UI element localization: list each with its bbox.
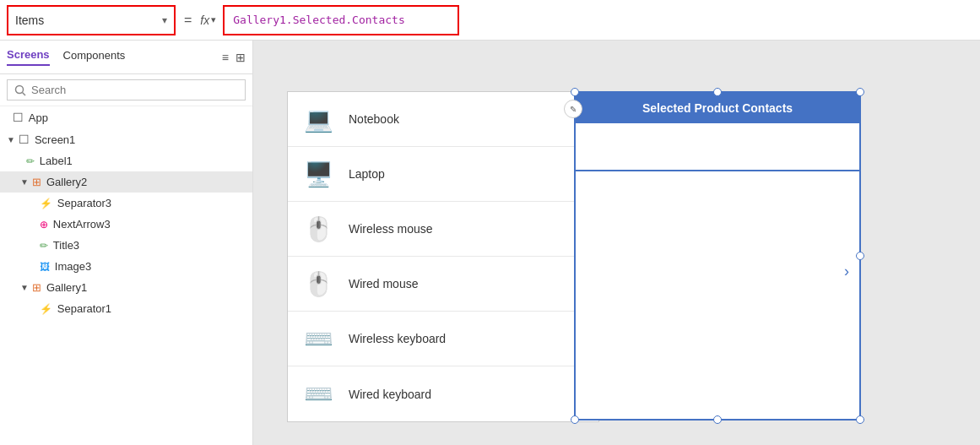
label1-label: Label1 [40, 155, 73, 167]
tree-arrow-label1 [20, 156, 23, 166]
gallery-item-notebook[interactable]: 💻 Notebook › [288, 92, 598, 147]
wireless-mouse-name: Wireless mouse [349, 222, 584, 236]
gallery1-label: Gallery1 [46, 281, 87, 294]
notebook-name: Notebook [349, 112, 584, 126]
gallery2-icon: ⊞ [32, 176, 41, 188]
tab-screens[interactable]: Screens [7, 48, 50, 66]
wired-keyboard-name: Wired keyboard [349, 388, 584, 401]
screen1-label: Screen1 [35, 133, 75, 146]
grid-view-icon[interactable]: ⊞ [236, 51, 246, 64]
gallery-item-wireless-mouse[interactable]: 🖱️ Wireless mouse › [288, 202, 598, 257]
name-box-chevron[interactable]: ▾ [162, 14, 167, 26]
selected-panel-title: Selected Product Contacts [642, 101, 793, 115]
sidebar-item-app[interactable]: ☐ App [0, 106, 252, 128]
separator3-icon: ⚡ [40, 198, 52, 209]
handle-middle-right[interactable] [856, 252, 864, 260]
image3-icon: 🖼 [40, 261, 50, 273]
wireless-keyboard-image: ⌨️ [298, 322, 338, 355]
handle-top-right[interactable] [856, 88, 864, 96]
separator1-icon: ⚡ [40, 303, 52, 315]
image3-label: Image3 [55, 260, 91, 273]
tree-arrow-sep1 [34, 304, 36, 313]
notebook-image: 💻 [298, 102, 338, 136]
sidebar-item-gallery2[interactable]: ▼ ⊞ Gallery2 [0, 171, 252, 193]
gallery-item-laptop[interactable]: 🖥️ Laptop › [288, 147, 598, 202]
handle-top-center[interactable] [713, 88, 722, 96]
tab-components[interactable]: Components [63, 49, 126, 65]
list-view-icon[interactable]: ≡ [222, 51, 229, 64]
selected-panel: ✎ Selected Product Contacts › [574, 91, 861, 421]
separator1-label: Separator1 [57, 302, 111, 315]
sidebar-item-separator3[interactable]: ⚡ Separator3 [0, 193, 252, 214]
gallery-item-wired-keyboard[interactable]: ⌨️ Wired keyboard › [288, 366, 598, 421]
selected-panel-header: Selected Product Contacts [576, 93, 859, 123]
top-bar: Items ▾ = fx ▾ Gallery1.Selected.Contact… [0, 0, 980, 41]
tree-arrow-gallery1[interactable]: ▼ [20, 283, 29, 292]
laptop-name: Laptop [349, 167, 584, 181]
sidebar-item-image3[interactable]: 🖼 Image3 [0, 256, 252, 277]
handle-bottom-center[interactable] [713, 415, 722, 424]
wireless-keyboard-name: Wireless keyboard [349, 332, 584, 345]
name-box-label: Items [15, 14, 44, 27]
tree-arrow-gallery2[interactable]: ▼ [20, 177, 29, 187]
panel-next-arrow[interactable]: › [844, 263, 849, 280]
edit-icon[interactable]: ✎ [564, 100, 582, 118]
handle-bottom-left[interactable] [571, 415, 579, 424]
handle-top-left[interactable] [571, 88, 579, 96]
tree-arrow-app[interactable] [7, 113, 9, 122]
tree-arrow-screen1[interactable]: ▼ [7, 135, 15, 144]
gallery-panel: 💻 Notebook › 🖥️ Laptop › 🖱️ Wireless mou… [287, 91, 599, 422]
equals-sign: = [184, 13, 192, 28]
sidebar-item-gallery1[interactable]: ▼ ⊞ Gallery1 [0, 277, 252, 298]
handle-bottom-right[interactable] [856, 415, 864, 424]
name-box[interactable]: Items ▾ [7, 5, 176, 35]
selected-panel-body: › [576, 123, 859, 419]
sidebar-item-separator1[interactable]: ⚡ Separator1 [0, 298, 252, 319]
wired-mouse-image: 🖱️ [298, 267, 338, 301]
sidebar-item-screen1[interactable]: ▼ ☐ Screen1 [0, 128, 252, 150]
wired-mouse-name: Wired mouse [349, 277, 584, 290]
nextarrow3-label: NextArrow3 [53, 218, 111, 231]
panel-divider [576, 170, 859, 171]
gallery1-icon: ⊞ [32, 281, 41, 294]
formula-bar[interactable]: Gallery1.Selected.Contacts [223, 5, 459, 35]
sidebar-item-label1[interactable]: ✏ Label1 [0, 150, 252, 171]
title3-icon: ✏ [40, 240, 48, 252]
fx-chevron[interactable]: ▾ [211, 14, 216, 25]
label-icon: ✏ [26, 155, 35, 167]
fx-button[interactable]: fx ▾ [200, 14, 216, 27]
sidebar: Screens Components ≡ ⊞ ☐ App [0, 41, 253, 445]
fx-label: fx [200, 14, 209, 27]
main-area: Screens Components ≡ ⊞ ☐ App [0, 41, 980, 445]
app-icon: ☐ [13, 111, 24, 124]
sidebar-tabs: Screens Components ≡ ⊞ [0, 41, 252, 74]
tree-arrow-image3 [34, 262, 36, 271]
nextarrow3-icon: ⊕ [40, 219, 48, 231]
sidebar-search-container [0, 74, 252, 106]
gallery2-label: Gallery2 [46, 176, 87, 188]
tab-icons: ≡ ⊞ [222, 51, 246, 64]
search-input[interactable] [7, 79, 246, 100]
gallery-item-wireless-keyboard[interactable]: ⌨️ Wireless keyboard › [288, 312, 598, 366]
canvas-area: 💻 Notebook › 🖥️ Laptop › 🖱️ Wireless mou… [253, 41, 980, 445]
gallery-item-wired-mouse[interactable]: 🖱️ Wired mouse › [288, 257, 598, 312]
wireless-mouse-image: 🖱️ [298, 212, 338, 246]
screen-icon: ☐ [19, 133, 30, 146]
tree-arrow-arrow3 [34, 220, 36, 229]
separator3-label: Separator3 [57, 197, 111, 209]
tree-arrow-title3 [34, 241, 36, 250]
tree-arrow-sep3 [34, 198, 36, 208]
sidebar-item-title3[interactable]: ✏ Title3 [0, 235, 252, 256]
formula-text: Gallery1.Selected.Contacts [233, 14, 405, 26]
title3-label: Title3 [53, 239, 79, 252]
laptop-image: 🖥️ [298, 157, 338, 191]
sidebar-tree: ☐ App ▼ ☐ Screen1 ✏ Label1 ▼ ⊞ [0, 106, 252, 445]
app-label: App [29, 111, 48, 124]
sidebar-item-nextarrow3[interactable]: ⊕ NextArrow3 [0, 214, 252, 235]
wired-keyboard-image: ⌨️ [298, 377, 338, 411]
